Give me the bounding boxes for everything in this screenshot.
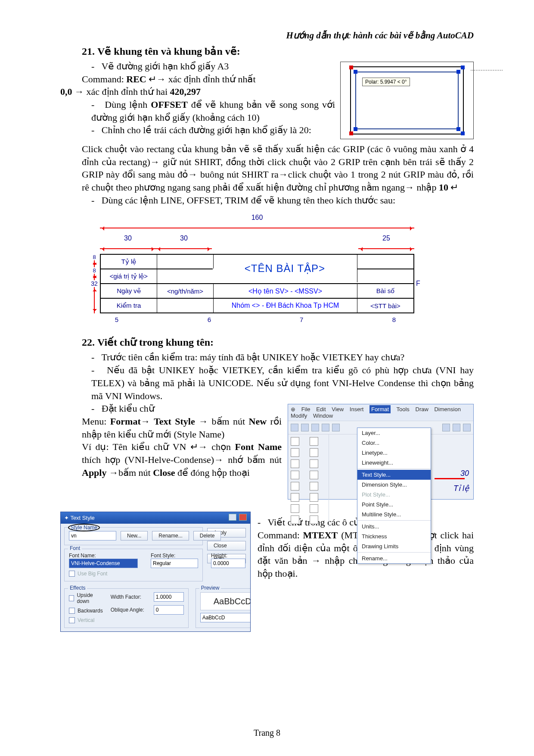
page-footer: Trang 8 xyxy=(0,728,534,738)
s22-li1: - Trước tiên cần kiểm tra: máy tính đã b… xyxy=(60,351,474,364)
doc-header: Hướng dẫn thực hành các bài vẽ bằng Auto… xyxy=(60,30,474,41)
palette-icon[interactable] xyxy=(310,471,318,479)
figure-titleblock: 160 30 30 25 8 8 xyxy=(89,212,422,323)
oblique-input[interactable] xyxy=(154,605,184,615)
help-icon[interactable] xyxy=(229,514,236,521)
menubar[interactable]: ⊕ File Edit View Insert Format Tools Dra… xyxy=(288,404,473,421)
palette-icon[interactable] xyxy=(291,459,299,468)
draw-palette xyxy=(288,434,329,527)
format-dropdown: Layer... Color... Linetype... Lineweight… xyxy=(357,428,431,564)
group-font: Font xyxy=(68,545,82,551)
palette-icon[interactable] xyxy=(291,504,299,513)
palette-icon[interactable] xyxy=(291,448,299,457)
upside-check[interactable]: Upside down xyxy=(77,592,102,604)
fontstyle-select[interactable] xyxy=(151,559,198,568)
backwards-check[interactable]: Backwards xyxy=(78,608,103,614)
palette-icon[interactable] xyxy=(310,437,318,446)
palette-icon[interactable] xyxy=(291,493,299,502)
rename-button[interactable]: Rename... xyxy=(152,531,189,540)
s21-para: Click chuột vào rectang của khung bản vẽ… xyxy=(60,143,474,194)
palette-icon[interactable] xyxy=(310,459,318,468)
menu-item-dimstyle[interactable]: Dimension Style... xyxy=(357,480,431,490)
titleblock-title: <TÊN BÀI TẬP> xyxy=(213,255,357,282)
palette-icon[interactable] xyxy=(291,482,299,490)
menu-item-units[interactable]: Units... xyxy=(357,522,431,531)
palette-icon[interactable] xyxy=(310,515,318,524)
palette-icon[interactable] xyxy=(291,515,299,524)
palette-icon[interactable] xyxy=(310,448,318,457)
palette-icon[interactable] xyxy=(310,493,318,502)
heading-21-title: Vẽ khung tên và khung bản vẽ: xyxy=(97,46,240,57)
height-input[interactable] xyxy=(211,559,245,568)
preview-input[interactable] xyxy=(200,613,250,622)
menu-item-color[interactable]: Color... xyxy=(357,438,431,448)
menu-item-linetype[interactable]: Linetype... xyxy=(357,448,431,458)
use-big-font-check: Use Big Font xyxy=(78,571,107,577)
palette-icon[interactable] xyxy=(310,482,318,490)
menu-item-mlinestyle[interactable]: Multiline Style... xyxy=(357,509,431,519)
heading-22-title: Viết chữ trong khung tên: xyxy=(97,337,214,348)
menu-item-limits[interactable]: Drawing Limits xyxy=(357,541,431,551)
menu-item-rename[interactable]: Rename... xyxy=(357,553,431,563)
palette-icon[interactable] xyxy=(291,437,299,446)
ruler: 5 6 7 8 xyxy=(115,316,396,323)
tool-icon[interactable] xyxy=(301,424,309,431)
menu-item-thickness[interactable]: Thickness xyxy=(357,531,431,541)
tool-icon[interactable] xyxy=(442,424,450,431)
text-style-dialog: ✦ Text Style Apply Close Help Style Name… xyxy=(60,512,251,632)
close-button[interactable]: Close xyxy=(207,541,246,550)
canvas-sample: 30 Tỉ lệ xyxy=(435,469,469,493)
palette-icon[interactable] xyxy=(310,504,318,513)
widthfactor-input[interactable] xyxy=(154,592,184,602)
delete-button[interactable]: Delete xyxy=(193,531,221,540)
close-icon[interactable] xyxy=(239,514,247,521)
vertical-check: Vertical xyxy=(78,617,94,623)
s22-li2: - Nếu đã bật UNIKEY hoặc VIETKEY, cần ki… xyxy=(60,364,474,402)
group-style-name: Style Name xyxy=(68,524,100,531)
menu-item-plotstyle: Plot Style... xyxy=(357,490,431,500)
menu-item-pointstyle[interactable]: Point Style... xyxy=(357,500,431,509)
tool-icon[interactable] xyxy=(291,424,298,431)
group-preview: Preview xyxy=(199,585,221,591)
tool-icon[interactable] xyxy=(463,424,471,431)
stylename-select[interactable] xyxy=(69,531,116,540)
heading-21-num: 21. xyxy=(82,46,97,57)
palette-icon[interactable] xyxy=(291,471,299,479)
group-effects: Effects xyxy=(68,585,87,591)
fontname-select[interactable] xyxy=(69,559,138,568)
menu-item-textstyle[interactable]: Text Style... xyxy=(357,470,431,480)
tool-icon[interactable] xyxy=(322,424,329,431)
polar-tooltip: Polar: 5.9947 < 0° xyxy=(362,78,410,86)
dialog-title: Text Style xyxy=(70,515,94,521)
new-button[interactable]: New... xyxy=(121,531,148,540)
heading-22: 22.Viết chữ trong khung tên: xyxy=(82,336,474,348)
heading-22-num: 22. xyxy=(82,337,97,348)
heading-21: 21.Vẽ khung tên và khung bản vẽ: xyxy=(82,45,474,57)
tool-icon[interactable] xyxy=(332,424,340,431)
figure-rec-a3: Polar: 5.9947 < 0° xyxy=(340,62,474,139)
menu-item-lineweight[interactable]: Lineweight... xyxy=(357,458,431,468)
preview-box: AaBbCcD xyxy=(200,592,250,610)
figure-format-menu: ⊕ File Edit View Insert Format Tools Dra… xyxy=(288,404,474,500)
menu-item-layer[interactable]: Layer... xyxy=(357,428,431,438)
tool-icon[interactable] xyxy=(311,424,319,431)
tool-icon[interactable] xyxy=(453,424,460,431)
s21-li4: - Dùng các lệnh LINE, OFFSET, TRIM để vẽ… xyxy=(60,194,474,207)
